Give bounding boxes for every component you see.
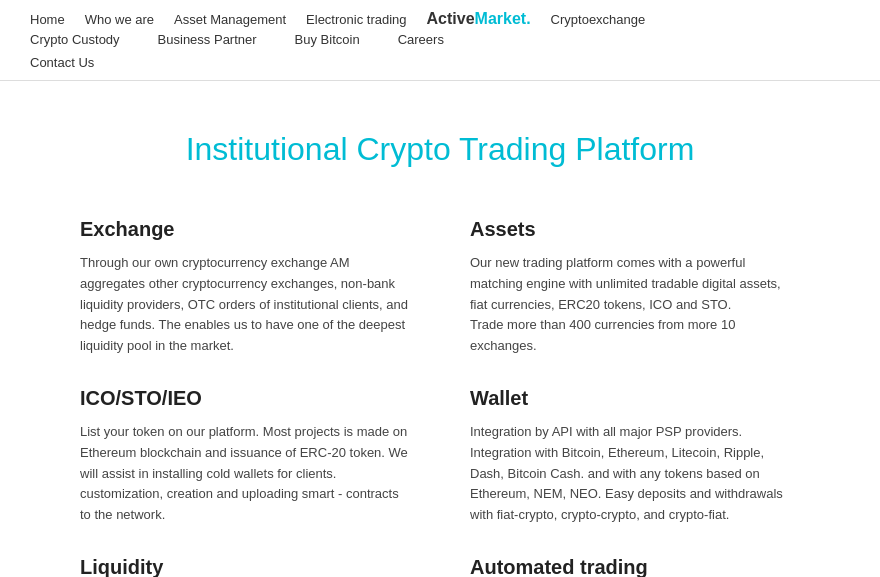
content-grid: Exchange Through our own cryptocurrency …: [0, 198, 880, 577]
nav-item-who-we-are[interactable]: Who we are: [75, 10, 164, 29]
nav-item-careers[interactable]: Careers: [388, 30, 454, 49]
section-wallet-body: Integration by API with all major PSP pr…: [470, 422, 800, 526]
hero-title: Institutional Crypto Trading Platform: [20, 131, 860, 168]
section-liquidity: Liquidity Traders can be connected throu…: [80, 556, 410, 577]
section-assets-title: Assets: [470, 218, 800, 241]
section-exchange-title: Exchange: [80, 218, 410, 241]
nav-item-business-partner[interactable]: Business Partner: [148, 30, 267, 49]
brand-logo: ActiveMarket.: [417, 8, 541, 30]
section-assets: Assets Our new trading platform comes wi…: [470, 218, 800, 357]
section-ico-sto-ieo: ICO/STO/IEO List your token on our platf…: [80, 387, 410, 526]
nav-item-buy-bitcoin[interactable]: Buy Bitcoin: [285, 30, 370, 49]
section-wallet-title: Wallet: [470, 387, 800, 410]
section-assets-body: Our new trading platform comes with a po…: [470, 253, 800, 357]
section-exchange-body: Through our own cryptocurrency exchange …: [80, 253, 410, 357]
section-ico-sto-ieo-body: List your token on our platform. Most pr…: [80, 422, 410, 526]
section-ico-sto-ieo-title: ICO/STO/IEO: [80, 387, 410, 410]
section-exchange: Exchange Through our own cryptocurrency …: [80, 218, 410, 357]
hero-section: Institutional Crypto Trading Platform: [0, 81, 880, 198]
nav-item-crypto-custody[interactable]: Crypto Custody: [20, 30, 130, 49]
section-wallet: Wallet Integration by API with all major…: [470, 387, 800, 526]
nav-item-home[interactable]: Home: [20, 10, 75, 29]
navbar: Home Who we are Asset Management Electro…: [0, 0, 880, 81]
nav-item-electronic-trading[interactable]: Electronic trading: [296, 10, 416, 29]
nav-item-contact-us[interactable]: Contact Us: [20, 53, 104, 72]
nav-item-cryptoexchange[interactable]: Cryptoexchange: [541, 10, 656, 29]
section-automated-trading-title: Automated trading: [470, 556, 800, 577]
section-liquidity-title: Liquidity: [80, 556, 410, 577]
section-automated-trading: Automated trading The trading terminal h…: [470, 556, 800, 577]
nav-item-asset-management[interactable]: Asset Management: [164, 10, 296, 29]
